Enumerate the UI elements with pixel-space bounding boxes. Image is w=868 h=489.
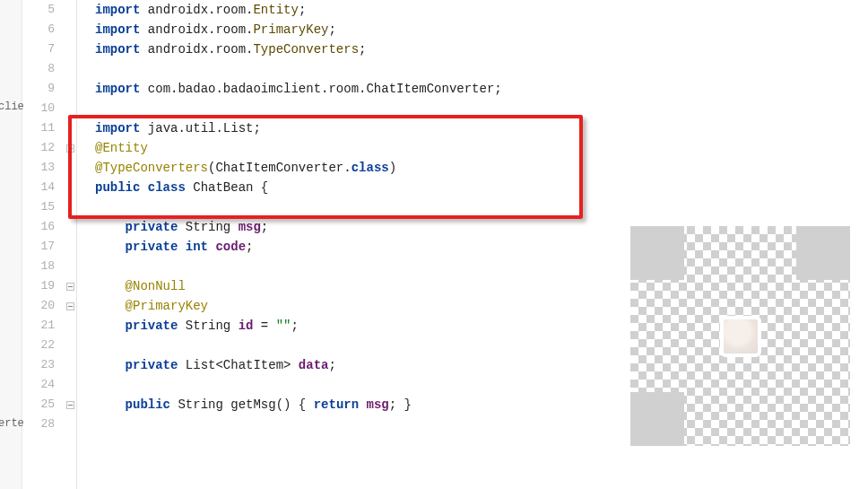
token-kw: private int — [126, 240, 216, 254]
token-plain: com.badao.badaoimclient.room.ChatItemCon… — [140, 82, 494, 96]
line-number: 14 — [22, 178, 64, 197]
token-kw: import — [95, 82, 140, 96]
line-number: 25 — [22, 395, 64, 415]
code-line[interactable]: private String msg; — [77, 217, 868, 237]
code-line[interactable]: @Entity — [77, 138, 868, 158]
token-anno: @TypeConverters — [95, 161, 208, 175]
code-line[interactable]: @TypeConverters(ChatItemConverter.class) — [77, 158, 868, 178]
code-line[interactable]: import androidx.room.TypeConverters; — [77, 39, 868, 59]
marker-strip: clie erte — [0, 0, 22, 489]
token-punct: ; — [299, 3, 306, 17]
code-line[interactable] — [77, 375, 868, 395]
token-punct: { — [261, 180, 268, 195]
line-number: 9 — [22, 79, 64, 99]
code-line[interactable]: private List<ChatItem> data; — [77, 355, 868, 375]
line-number: 11 — [22, 118, 64, 138]
token-anno: @PrimaryKey — [126, 299, 208, 313]
gutter-mark — [64, 138, 76, 158]
token-plain: androidx.room. — [140, 3, 253, 17]
token-punct: ; } — [389, 397, 412, 412]
token-plain: String — [178, 319, 238, 333]
token-punct: { — [299, 397, 314, 412]
gutter-mark — [64, 336, 76, 355]
token-field: data — [299, 358, 329, 372]
token-kw: private — [126, 319, 178, 333]
token-kw: import — [95, 42, 140, 57]
fold-icon[interactable] — [66, 401, 74, 409]
token-field: msg — [239, 220, 261, 234]
fold-icon[interactable] — [66, 144, 74, 153]
line-number: 23 — [22, 355, 64, 375]
token-plain: androidx.room. — [140, 42, 253, 57]
token-cls: PrimaryKey — [253, 22, 328, 37]
code-area[interactable]: import androidx.room.Entity;import andro… — [77, 0, 868, 489]
gutter-mark — [64, 276, 76, 296]
gutter-mark — [64, 197, 76, 217]
token-plain: androidx.room. — [140, 22, 253, 37]
gutter-mark — [64, 217, 76, 237]
code-line[interactable]: import java.util.List; — [77, 118, 868, 138]
gutter-mark — [64, 178, 76, 197]
gutter-mark — [64, 59, 76, 79]
token-str: "" — [276, 319, 291, 333]
code-line[interactable]: @NonNull — [77, 276, 868, 296]
token-punct: ; — [246, 240, 253, 254]
warning-icon — [68, 121, 72, 135]
code-line[interactable]: import androidx.room.PrimaryKey; — [77, 20, 868, 39]
code-line[interactable]: @PrimaryKey — [77, 296, 868, 316]
token-punct: ; — [253, 121, 260, 135]
strip-label-top: clie — [0, 100, 24, 113]
token-plain: ChatBean — [186, 180, 261, 195]
gutter-mark — [64, 257, 76, 276]
token-punct: ; — [328, 22, 335, 37]
token-kw: import — [95, 121, 140, 135]
gutter-mark — [64, 158, 76, 178]
token-plain — [359, 397, 366, 412]
token-anno: @NonNull — [126, 279, 186, 293]
code-line[interactable]: public String getMsg() { return msg; } — [77, 395, 868, 415]
token-cls: TypeConverters — [253, 42, 359, 57]
token-plain: String getMsg() — [170, 397, 299, 412]
gutter-mark — [64, 296, 76, 316]
token-field: id — [239, 319, 254, 333]
line-number: 20 — [22, 296, 64, 316]
line-number: 21 — [22, 316, 64, 336]
gutter-mark — [64, 39, 76, 59]
code-line[interactable] — [77, 257, 868, 276]
code-line[interactable]: import com.badao.badaoimclient.room.Chat… — [77, 79, 868, 99]
code-line[interactable]: import androidx.room.Entity; — [77, 0, 868, 20]
token-punct: ; — [291, 319, 298, 333]
gutter-mark — [64, 415, 76, 434]
token-plain: ChatItemConverter. — [215, 161, 351, 175]
code-line[interactable] — [77, 415, 868, 434]
fold-icon[interactable] — [66, 283, 74, 291]
token-punct: ; — [359, 42, 366, 57]
code-line[interactable]: private String id = ""; — [77, 316, 868, 336]
token-punct: ; — [328, 358, 335, 372]
line-number: 6 — [22, 20, 64, 39]
strip-label-bottom: erte — [0, 417, 24, 430]
gutter-mark — [64, 395, 76, 415]
token-punct: ) — [389, 161, 396, 175]
gutter-mark — [64, 99, 76, 118]
line-number: 10 — [22, 99, 64, 118]
line-number: 28 — [22, 415, 64, 434]
code-line[interactable] — [77, 59, 868, 79]
code-line[interactable]: private int code; — [77, 237, 868, 257]
code-line[interactable] — [77, 336, 868, 355]
gutter-mark — [64, 355, 76, 375]
code-line[interactable] — [77, 99, 868, 118]
gutter-mark — [64, 375, 76, 395]
gutter: 567891011121314151617181920212223242528 — [22, 0, 77, 489]
token-plain: String — [178, 220, 238, 234]
gutter-mark — [64, 118, 76, 138]
fold-icon[interactable] — [66, 302, 74, 310]
line-number: 22 — [22, 336, 64, 355]
token-kw: class — [352, 161, 389, 175]
token-kw: private — [126, 220, 178, 234]
token-kw: import — [95, 3, 140, 17]
line-number: 5 — [22, 0, 64, 20]
code-line[interactable]: public class ChatBean { — [77, 178, 868, 197]
code-line[interactable] — [77, 197, 868, 217]
token-plain: = — [253, 319, 275, 333]
